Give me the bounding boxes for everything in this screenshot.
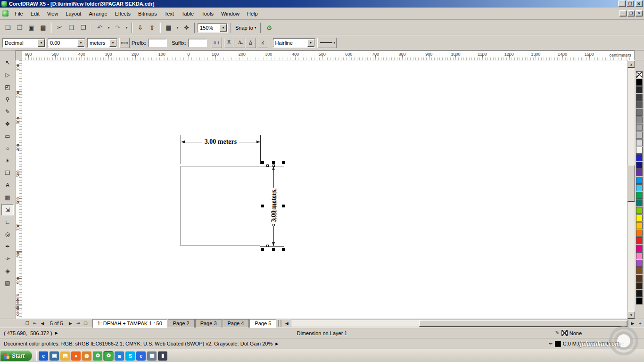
color-profiles-flyout-arrow-icon[interactable]: ▶ [275,342,278,346]
mdi-minimize-button[interactable]: — [619,10,627,16]
zoom-level-combo[interactable]: 150% ▾ [198,23,228,33]
selection-handle[interactable] [272,248,275,251]
dimension-node[interactable] [272,224,275,226]
color-swatch[interactable] [636,245,643,252]
page-tab-4[interactable]: Page 4 [223,319,249,328]
application-launcher-button[interactable]: ▦ [163,22,174,33]
coreldraw-app-icon[interactable] [1,1,7,7]
dimension-text-angle-button[interactable]: ∡ [258,38,268,48]
menu-arrange[interactable]: Arrange [85,9,111,18]
polygon-tool[interactable]: ✶ [1,155,14,166]
crop-tool[interactable]: ◰ [1,82,14,93]
color-swatch[interactable] [636,207,643,214]
outline-pen-icon[interactable]: ✒ [548,341,553,347]
color-swatch[interactable] [636,230,643,237]
color-swatch[interactable] [636,154,643,161]
options-button[interactable]: ⚙ [264,22,274,33]
minimize-button[interactable]: — [618,0,626,7]
dimension-node[interactable] [266,245,269,247]
selection-handle[interactable] [272,161,275,164]
prefix-input[interactable] [148,39,167,47]
show-desktop-taskbar-button[interactable]: ▣ [50,351,59,361]
undo-dropdown-arrow[interactable]: ▾ [106,22,111,33]
dimension-node[interactable] [266,165,269,167]
scroll-up-button[interactable]: ▲ [627,60,635,68]
add-page-button[interactable]: ❏ [82,320,90,327]
color-swatch[interactable] [636,282,643,289]
hscroll-right-button[interactable]: ▶ [629,320,636,327]
dimension-text-position-button-2[interactable]: A̶ [235,38,245,48]
color-swatch[interactable] [636,116,643,123]
horizontal-scrollbar-thumb[interactable] [419,320,628,327]
zoom-dropdown-arrow[interactable]: ▾ [220,24,227,32]
color-swatch[interactable] [636,260,643,267]
menu-bitmaps[interactable]: Bitmaps [134,9,161,18]
redo-button[interactable]: ↷ [112,22,123,33]
outline-pen-tool[interactable]: ✑ [1,253,14,264]
navigator-popup-button[interactable]: ⌖ [636,320,644,327]
rectangle-tool[interactable]: ▭ [1,131,14,142]
selection-handle[interactable] [261,205,264,207]
table-tool[interactable]: ▦ [1,192,14,203]
dimension-units-arrow[interactable]: ▾ [109,39,116,47]
color-swatch[interactable] [636,86,643,93]
smart-fill-tool[interactable]: ❖ [1,118,14,130]
color-swatch[interactable] [636,252,643,259]
interactive-fill-tool[interactable]: ▧ [1,278,14,289]
menu-effects[interactable]: Effects [111,9,134,18]
fill-tool[interactable]: ◈ [1,265,14,277]
page-tab-5[interactable]: Page 5 [249,319,276,328]
outline-width-arrow[interactable]: ▾ [307,39,314,47]
save-button[interactable]: ▣ [26,22,37,33]
color-swatch[interactable] [636,169,643,176]
selection-handle[interactable] [261,248,264,251]
color-swatch[interactable] [636,192,643,199]
fill-icon[interactable]: ✎ [555,330,559,336]
square-shape[interactable] [181,166,260,246]
horizontal-ruler[interactable]: centimeters 6005004003002001000100200300… [22,50,635,60]
menu-file[interactable]: File [11,9,27,18]
hscroll-left-button[interactable]: ◀ [283,320,290,327]
color-swatch[interactable] [636,275,643,282]
document-icon[interactable] [2,10,8,16]
title-bar[interactable]: CorelDRAW X5 - [D:\kirim\New folder\3\PA… [0,0,644,8]
first-page-button[interactable]: ⇤ [31,320,39,327]
text-tool[interactable]: A [1,180,14,191]
color-eyedropper-tool[interactable]: ✒ [1,241,14,252]
parallel-dimension-tool[interactable]: ⇲ [1,204,14,215]
dimension-units-combo[interactable]: meters ▾ [87,38,117,48]
mdi-restore-button[interactable]: ❐ [627,10,635,16]
color-swatch[interactable] [636,147,643,154]
zoom-tool[interactable]: ⚲ [1,94,14,105]
color-swatch[interactable] [636,177,643,184]
firefox-taskbar-button[interactable]: ● [71,351,81,361]
mdi-close-button[interactable]: ✕ [636,10,643,16]
dimension-style-combo[interactable]: Decimal ▾ [2,38,46,48]
internet-explorer-taskbar-button[interactable]: e [39,351,48,361]
fill-none-swatch[interactable] [561,330,568,336]
dimension-node[interactable] [272,165,275,167]
shape-tool[interactable]: ▷ [1,69,14,81]
suffix-input[interactable] [188,39,207,47]
page-tab-1[interactable]: 1: DENAH + TAMPAK 1 : 50 [92,319,167,328]
selection-handle[interactable] [282,161,285,164]
dimension-text-position-button-1[interactable]: A̅ [224,38,234,48]
close-button[interactable]: ✕ [635,0,643,7]
color-swatch[interactable] [636,94,643,101]
menu-layout[interactable]: Layout [62,9,85,18]
undo-button[interactable]: ↶ [94,22,105,33]
menu-edit[interactable]: Edit [27,9,43,18]
dynamic-dimensioning-button[interactable]: 0.1 [212,38,222,48]
application-launcher-dropdown-arrow[interactable]: ▾ [175,22,180,33]
zoom-level-value[interactable]: 150% [198,25,219,31]
dimension-extension-line[interactable] [181,135,181,164]
show-units-button[interactable]: mm [119,38,130,48]
media-player-taskbar-button[interactable]: ◍ [82,351,91,361]
selection-handle[interactable] [282,248,285,251]
coreldraw-window-taskbar-button[interactable]: ✿ [104,351,113,361]
dimension-style-value[interactable]: Decimal [3,40,37,46]
paste-button[interactable]: ❒ [78,22,89,33]
color-swatch[interactable] [636,199,643,206]
color-swatch[interactable] [636,237,643,244]
copy-button[interactable]: ❑ [66,22,77,33]
